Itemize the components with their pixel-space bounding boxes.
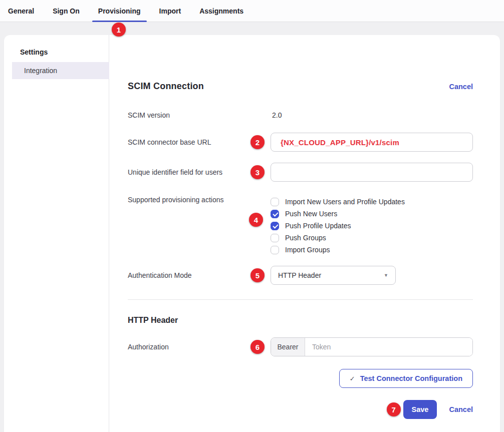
tab-assignments[interactable]: Assignments [193, 0, 249, 22]
unique-id-row: Unique identifier field for users 3 [128, 163, 473, 182]
sidebar-item-integration[interactable]: Integration [12, 62, 109, 79]
action-option-push-groups: Push Groups [271, 232, 473, 244]
action-option-push-new-users: Push New Users [271, 208, 473, 220]
base-url-label: SCIM connector base URL [128, 138, 271, 146]
checkbox-label: Push Profile Updates [285, 222, 351, 230]
checkbox-push-new-users[interactable] [271, 210, 279, 218]
annotation-badge-3: 3 [250, 165, 265, 179]
provisioning-actions-row: Supported provisioning actions 4 Import … [128, 196, 473, 256]
bearer-prefix: Bearer [271, 338, 305, 356]
settings-sidebar: Settings Integration [4, 35, 109, 432]
page-title: SCIM Connection [128, 81, 204, 92]
app-tab-bar: General Sign On Provisioning Import Assi… [0, 0, 504, 22]
authorization-row: Authorization 6 Bearer [128, 337, 473, 356]
annotation-badge-1: 1 [112, 23, 126, 37]
authorization-input-group: Bearer [271, 337, 473, 356]
tab-provisioning[interactable]: Provisioning [92, 0, 147, 22]
tab-general[interactable]: General [2, 0, 40, 22]
unique-id-label: Unique identifier field for users [128, 168, 271, 176]
auth-mode-label: Authentication Mode [128, 271, 271, 279]
tab-sign-on[interactable]: Sign On [47, 0, 86, 22]
authorization-label: Authorization [128, 343, 271, 351]
scim-version-row: SCIM version 2.0 [128, 111, 473, 120]
token-input[interactable] [305, 338, 472, 356]
auth-mode-selected-value: HTTP Header [278, 271, 321, 279]
test-connector-button-label: Test Connector Configuration [360, 374, 462, 382]
base-url-input[interactable] [271, 133, 473, 152]
auth-mode-row: Authentication Mode 5 HTTP Header ▼ [128, 266, 473, 285]
scim-version-label: SCIM version [128, 111, 271, 119]
unique-id-input[interactable] [271, 163, 473, 182]
scim-version-value: 2.0 [271, 111, 282, 119]
annotation-badge-6: 6 [250, 340, 265, 354]
checkmark-icon: ✓ [350, 375, 355, 382]
save-button[interactable]: Save [403, 400, 437, 419]
auth-mode-select[interactable]: HTTP Header ▼ [271, 266, 396, 285]
annotation-badge-7: 7 [387, 402, 401, 416]
annotation-badge-4: 4 [249, 213, 263, 227]
provisioning-actions-label: Supported provisioning actions [128, 196, 271, 204]
checkbox-label: Push Groups [285, 234, 326, 242]
sidebar-header: Settings [4, 48, 109, 56]
checkbox-label: Import Groups [285, 246, 330, 254]
annotation-badge-2: 2 [250, 135, 265, 149]
checkbox-push-profile-updates[interactable] [271, 222, 279, 230]
cancel-link-top[interactable]: Cancel [449, 83, 473, 91]
test-connector-button[interactable]: ✓ Test Connector Configuration [339, 369, 473, 388]
http-header-section-heading: HTTP Header [128, 316, 473, 325]
cancel-link-bottom[interactable]: Cancel [449, 405, 473, 413]
provisioning-card: Settings Integration SCIM Connection Can… [4, 35, 500, 432]
checkbox-import-groups[interactable] [271, 246, 279, 254]
base-url-row: SCIM connector base URL 2 [128, 133, 473, 152]
action-option-import-groups: Import Groups [271, 244, 473, 256]
action-option-import-users: Import New Users and Profile Updates [271, 196, 473, 208]
checkbox-push-groups[interactable] [271, 234, 279, 242]
action-option-push-profile-updates: Push Profile Updates [271, 220, 473, 232]
scim-connection-form: SCIM Connection Cancel SCIM version 2.0 … [109, 35, 500, 432]
section-divider [128, 299, 473, 300]
annotation-badge-5: 5 [250, 268, 265, 282]
tab-import[interactable]: Import [153, 0, 187, 22]
checkbox-import-users[interactable] [271, 198, 279, 206]
checkbox-label: Import New Users and Profile Updates [285, 198, 405, 206]
dropdown-caret-icon: ▼ [384, 273, 388, 278]
checkbox-label: Push New Users [285, 210, 337, 218]
